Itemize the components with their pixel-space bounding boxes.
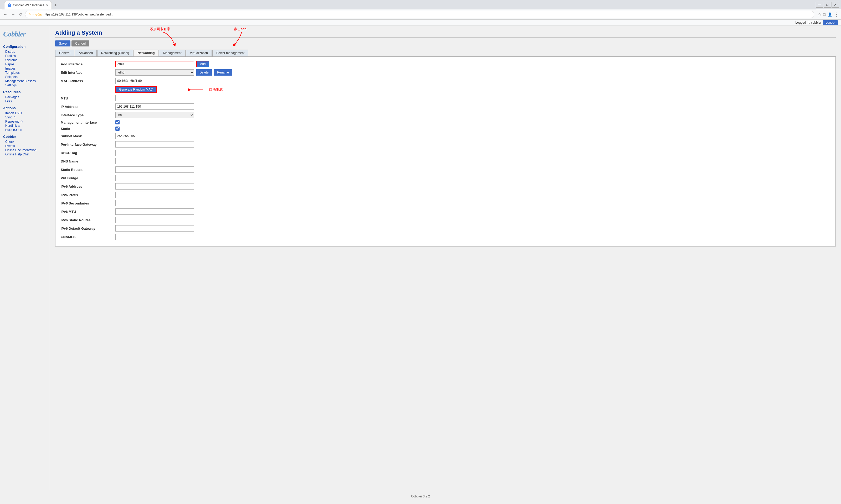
logo: Cobbler [3, 30, 25, 38]
ipv6-prefix-label: IPv6 Prefix [61, 193, 113, 197]
per-interface-gateway-input[interactable] [115, 141, 194, 147]
save-button[interactable]: Save [55, 40, 70, 47]
action-buttons: Save Cancel [55, 40, 836, 47]
sidebar-item-sync[interactable]: Sync ☆ [3, 115, 47, 120]
ipv6-address-row: IPv6 Address [61, 183, 830, 190]
ipv6-address-input[interactable] [115, 183, 194, 190]
tab-title: Cobbler Web Interface [13, 3, 45, 7]
refresh-button[interactable]: ↻ [18, 11, 23, 18]
dns-name-row: DNS Name [61, 158, 830, 164]
sidebar-item-events[interactable]: Events [3, 144, 47, 148]
browser-tab[interactable]: C Cobbler Web Interface ✕ [4, 1, 52, 10]
ip-address-row: IP Address [61, 104, 830, 110]
forward-button[interactable]: → [10, 11, 16, 18]
ipv6-secondaries-row: IPv6 Secondaries [61, 200, 830, 206]
sidebar-item-management-classes[interactable]: Management Classes [3, 79, 47, 83]
ipv6-prefix-input[interactable] [115, 192, 194, 198]
ipv6-mtu-label: IPv6 MTU [61, 210, 113, 214]
tab-virtualization[interactable]: Virtualization [186, 50, 212, 56]
close-button[interactable]: ✕ [831, 2, 839, 7]
tab-close-button[interactable]: ✕ [46, 4, 48, 7]
logged-in-text: Logged in: cobbler [795, 21, 822, 24]
subnet-mask-input[interactable] [115, 133, 194, 139]
ipv6-default-gateway-label: IPv6 Default Gateway [61, 227, 113, 231]
sidebar-item-build-iso[interactable]: Build ISO ☆ [3, 128, 47, 132]
ipv6-secondaries-input[interactable] [115, 200, 194, 206]
menu-icon[interactable]: ⋮ [834, 12, 839, 17]
sidebar-item-check[interactable]: Check [3, 140, 47, 144]
generate-mac-button[interactable]: Generate Random MAC [115, 86, 157, 93]
logout-button[interactable]: Logout [823, 20, 838, 25]
cancel-button[interactable]: Cancel [71, 40, 89, 47]
sidebar-item-snippets[interactable]: Snippets [3, 75, 47, 79]
edit-interface-select[interactable]: eth0 [115, 69, 194, 76]
add-interface-label: Add interface [61, 62, 113, 66]
per-interface-gateway-label: Per-Interface Gateway [61, 143, 113, 146]
sidebar-item-online-help-chat[interactable]: Online Help Chat [3, 152, 47, 157]
browser-chrome: C Cobbler Web Interface ✕ + — □ ✕ ← → ↻ … [0, 0, 841, 26]
tab-general[interactable]: General [55, 50, 74, 56]
sidebar-item-systems[interactable]: Systems [3, 58, 47, 62]
profile-icon[interactable]: 👤 [828, 12, 832, 17]
static-routes-input[interactable] [115, 166, 194, 173]
sidebar-item-repos[interactable]: Repos [3, 62, 47, 67]
sidebar-item-reposync[interactable]: Reposync ☆ [3, 120, 47, 124]
minimize-button[interactable]: — [816, 2, 823, 7]
mtu-label: MTU [61, 96, 113, 100]
per-interface-gateway-row: Per-Interface Gateway [61, 141, 830, 147]
mtu-input[interactable] [115, 95, 194, 101]
ipv6-mtu-row: IPv6 MTU [61, 209, 830, 215]
url-display[interactable]: https://192.168.111.139/cobbler_web/syst… [44, 13, 811, 16]
sidebar-item-settings[interactable]: Settings [3, 83, 47, 87]
subnet-mask-row: Subnet Mask [61, 133, 830, 139]
ipv6-mtu-input[interactable] [115, 209, 194, 215]
bookmark-star-icon[interactable]: ☆ [818, 12, 821, 17]
tab-management[interactable]: Management [159, 50, 185, 56]
cnames-input[interactable] [115, 234, 194, 240]
mac-address-label: MAC Address [61, 79, 113, 83]
sidebar-item-import-dvd[interactable]: Import DVD [3, 111, 47, 115]
sidebar-item-images[interactable]: Images [3, 67, 47, 71]
mtu-row: MTU [61, 95, 830, 101]
tab-advanced[interactable]: Advanced [75, 50, 97, 56]
sidebar-item-files[interactable]: Files [3, 99, 47, 104]
sidebar-item-templates[interactable]: Templates [3, 71, 47, 75]
ipv6-secondaries-label: IPv6 Secondaries [61, 201, 113, 205]
rename-interface-button[interactable]: Rename [214, 69, 232, 76]
tab-networking[interactable]: Networking [134, 50, 158, 56]
extensions-icon[interactable]: □ [823, 12, 825, 17]
sidebar-actions-title: Actions [3, 106, 47, 110]
sidebar-item-online-documentation[interactable]: Online Documentation [3, 148, 47, 152]
management-interface-checkbox[interactable] [115, 120, 120, 124]
ip-address-input[interactable] [115, 104, 194, 110]
tab-networking-global[interactable]: Networking (Global) [97, 50, 133, 56]
maximize-button[interactable]: □ [824, 2, 831, 7]
ipv6-static-routes-input[interactable] [115, 217, 194, 223]
nav-icons-group: ☆ □ 👤 ⋮ [818, 12, 839, 17]
delete-interface-button[interactable]: Delete [196, 69, 212, 76]
sidebar-cobbler-title: Cobbler [3, 135, 47, 139]
virt-bridge-input[interactable] [115, 175, 194, 181]
tab-power-management[interactable]: Power management [212, 50, 248, 56]
new-tab-button[interactable]: + [52, 1, 59, 10]
dns-name-input[interactable] [115, 158, 194, 164]
address-bar-container: ⚠ 不安全 https://192.168.111.139/cobbler_we… [25, 11, 814, 18]
add-interface-button[interactable]: Add [196, 61, 209, 67]
add-interface-input[interactable] [115, 61, 194, 67]
sidebar-resources-title: Resources [3, 90, 47, 94]
cnames-label: CNAMES [61, 235, 113, 239]
security-warning-text: 不安全 [33, 12, 42, 17]
back-button[interactable]: ← [2, 11, 8, 18]
dns-name-label: DNS Name [61, 159, 113, 163]
interface-type-select[interactable]: na bond bridge bond_slave bridge_slave b… [115, 112, 194, 118]
footer-text: Cobbler 3.2.2 [411, 494, 430, 498]
dhcp-tag-input[interactable] [115, 150, 194, 156]
sidebar-item-packages[interactable]: Packages [3, 95, 47, 99]
sidebar-item-profiles[interactable]: Profiles [3, 54, 47, 58]
sidebar-item-distros[interactable]: Distros [3, 50, 47, 54]
ipv6-default-gateway-input[interactable] [115, 225, 194, 232]
static-checkbox[interactable] [115, 127, 120, 131]
footer: Cobbler 3.2.2 [0, 490, 841, 502]
mac-address-input[interactable] [115, 78, 194, 84]
sidebar-item-hardlink[interactable]: Hardlink ☆ [3, 124, 47, 128]
